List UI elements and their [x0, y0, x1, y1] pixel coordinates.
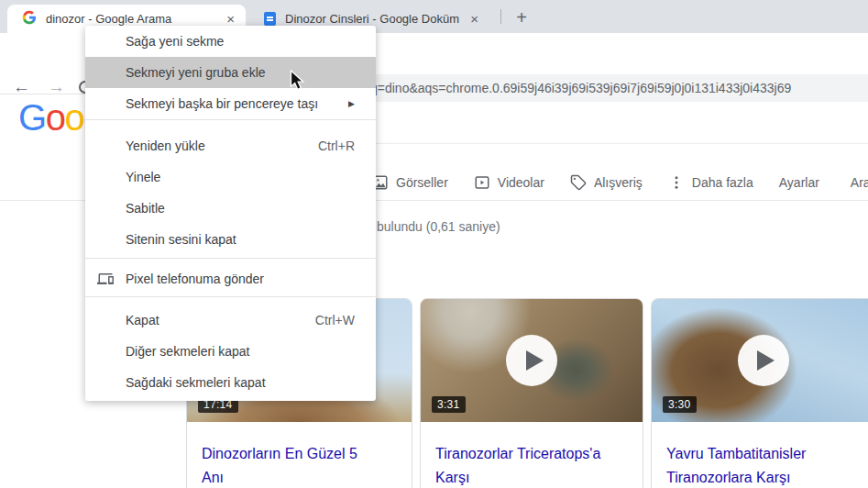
- menu-item-saga-yeni-sekme[interactable]: Sağa yeni sekme: [85, 26, 376, 57]
- nav-alisveris[interactable]: Alışveriş: [570, 174, 643, 191]
- menu-item-label: Sağa yeni sekme: [126, 34, 355, 49]
- mouse-cursor: [290, 70, 308, 95]
- menu-item-yeniden-yukle[interactable]: Yeniden yükle Ctrl+R: [85, 130, 376, 161]
- menu-item-label: Kapat: [126, 313, 315, 327]
- nav-ayarlar[interactable]: Ayarlar: [779, 175, 819, 190]
- tab-title: Dinozor Cinsleri - Google Doküm: [285, 12, 467, 26]
- tag-icon: [570, 174, 587, 191]
- video-title[interactable]: Tiranozorlar Triceratops'a Karşı: [421, 422, 619, 488]
- nav-label: Ayarlar: [779, 175, 819, 190]
- menu-item-sekmeyi-yeni-gruba-ekle[interactable]: Sekmeyi yeni gruba ekle: [85, 57, 376, 88]
- menu-item-kapat[interactable]: Kapat Ctrl+W: [85, 305, 376, 336]
- menu-shortcut: Ctrl+W: [315, 313, 355, 327]
- menu-item-label: Pixel telefonuma gönder: [126, 272, 355, 286]
- menu-item-label: Sabitle: [126, 201, 355, 216]
- nav-label: Ara: [851, 175, 868, 190]
- menu-shortcut: Ctrl+R: [318, 139, 355, 153]
- video-thumbnail[interactable]: 3:31: [421, 299, 643, 422]
- submenu-arrow-icon: ▶: [348, 99, 355, 108]
- tab-close-icon[interactable]: ×: [223, 12, 238, 26]
- play-icon[interactable]: [738, 335, 789, 386]
- tab-context-menu: Sağa yeni sekme Sekmeyi yeni gruba ekle …: [85, 26, 376, 401]
- menu-item-label: Sitenin sesini kapat: [126, 232, 355, 247]
- forward-icon[interactable]: →: [48, 77, 65, 97]
- tab-divider: [500, 9, 501, 24]
- search-box-edge: [376, 143, 868, 144]
- nav-label: Alışveriş: [594, 175, 643, 190]
- nav-label: Videolar: [498, 175, 544, 190]
- video-duration: 3:30: [663, 396, 697, 413]
- nav-gorseller[interactable]: Görseller: [372, 174, 448, 191]
- back-icon[interactable]: ←: [13, 77, 30, 97]
- nav-araclar[interactable]: Ara: [851, 175, 868, 190]
- menu-item-label: Yinele: [126, 170, 355, 184]
- logo-letter: G: [18, 97, 46, 138]
- more-vert-icon: [668, 174, 685, 191]
- menu-item-label: Sekmeyi yeni gruba ekle: [126, 65, 355, 80]
- video-icon: [474, 174, 490, 191]
- menu-item-sekmeyi-baska-pencereye-tasi[interactable]: Sekmeyi başka bir pencereye taşı ▶: [85, 88, 376, 119]
- menu-item-label: Diğer sekmeleri kapat: [126, 344, 355, 359]
- tab-title: dinozor - Google Arama: [46, 12, 223, 26]
- new-tab-button[interactable]: +: [510, 6, 533, 29]
- menu-item-sitenin-sesini-kapat[interactable]: Sitenin sesini kapat: [85, 224, 376, 255]
- video-card[interactable]: 3:31 Tiranozorlar Triceratops'a Karşı: [420, 298, 643, 488]
- menu-item-sagdaki-sekmeleri-kapat[interactable]: Sağdaki sekmeleri kapat: [85, 367, 376, 398]
- results-nav: Görseller Videolar Alışveriş Daha fazla …: [372, 169, 868, 196]
- video-thumbnail[interactable]: 3:30: [652, 299, 868, 422]
- video-card[interactable]: 3:30 Yavru Tambatitanisler Tiranozorlara…: [651, 298, 868, 488]
- menu-item-yinele[interactable]: Yinele: [85, 161, 376, 193]
- video-duration: 3:31: [432, 396, 466, 413]
- nav-label: Daha fazla: [692, 175, 753, 190]
- menu-item-sabitle[interactable]: Sabitle: [85, 193, 376, 224]
- play-icon[interactable]: [506, 335, 557, 386]
- url-text[interactable]: q=dino&aqs=chrome.0.69i59j46i39j69i539j6…: [370, 81, 791, 95]
- tab-close-icon[interactable]: ×: [467, 12, 482, 26]
- google-docs-favicon-icon: [264, 12, 276, 26]
- logo-letter: o: [46, 97, 65, 138]
- video-title[interactable]: Yavru Tambatitanisler Tiranozorlara Karş…: [652, 422, 850, 488]
- nav-label: Görseller: [396, 175, 448, 190]
- video-title[interactable]: Dinozorların En Güzel 5 Anı: [187, 422, 385, 488]
- logo-letter: o: [64, 97, 83, 138]
- menu-item-label: Sağdaki sekmeleri kapat: [126, 375, 355, 390]
- devices-icon: [97, 271, 114, 290]
- google-g-favicon-icon: [22, 10, 37, 28]
- menu-item-pixel-telefonuma-gonder[interactable]: Pixel telefonuma gönder: [85, 263, 376, 294]
- results-stats: bulundu (0,61 saniye): [377, 219, 500, 234]
- menu-item-label: Sekmeyi başka bir pencereye taşı: [126, 96, 348, 111]
- nav-videolar[interactable]: Videolar: [474, 174, 544, 191]
- menu-item-label: Yeniden yükle: [126, 139, 318, 153]
- browser-window: dinozor - Google Arama × Dinozor Cinsler…: [0, 0, 868, 488]
- nav-daha-fazla[interactable]: Daha fazla: [668, 174, 753, 191]
- menu-item-diger-sekmeleri-kapat[interactable]: Diğer sekmeleri kapat: [85, 336, 376, 367]
